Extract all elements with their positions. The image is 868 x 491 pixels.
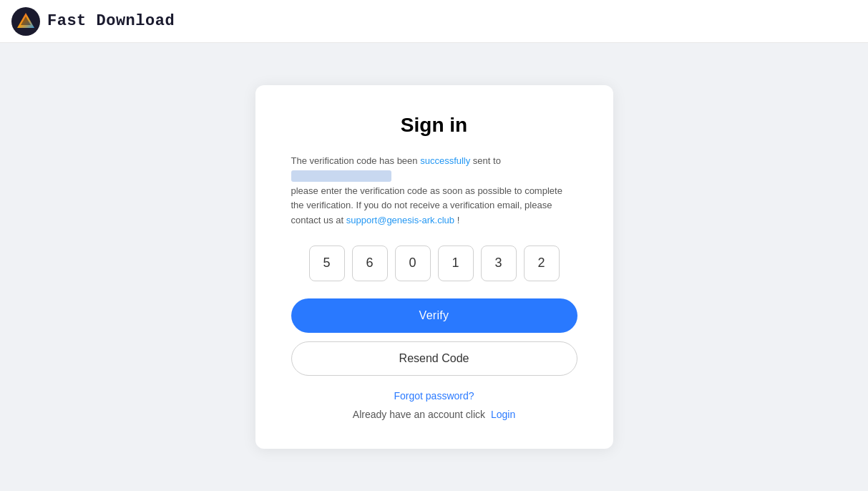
otp-container [291, 245, 577, 281]
app-title: Fast Download [47, 12, 175, 30]
header: Fast Download [0, 0, 868, 43]
verify-button[interactable]: Verify [291, 298, 577, 333]
signin-card: Sign in The verification code has been s… [255, 85, 613, 449]
otp-digit-4[interactable] [438, 245, 474, 281]
email-blur [291, 170, 391, 182]
app-logo-icon [11, 7, 40, 36]
logo-container: Fast Download [11, 7, 175, 36]
footer-links: Forgot password? Already have an account… [291, 390, 577, 420]
login-link[interactable]: Login [491, 409, 515, 420]
resend-code-button[interactable]: Resend Code [291, 341, 577, 376]
card-title: Sign in [291, 114, 577, 137]
otp-digit-1[interactable] [309, 245, 345, 281]
login-row: Already have an account click Login [291, 409, 577, 420]
otp-digit-3[interactable] [395, 245, 431, 281]
otp-digit-5[interactable] [481, 245, 517, 281]
main-content: Sign in The verification code has been s… [0, 43, 868, 491]
otp-digit-6[interactable] [524, 245, 560, 281]
verification-text-part4: ! [454, 215, 459, 225]
already-account-text: Already have an account click [353, 409, 485, 420]
verification-success-word: successfully [420, 155, 470, 166]
verification-text-part2: sent to [470, 155, 501, 166]
forgot-password-link[interactable]: Forgot password? [291, 390, 577, 402]
support-email-link[interactable]: support@genesis-ark.club [346, 215, 454, 225]
verification-text-part1: The verification code has been [291, 155, 421, 166]
verification-message: The verification code has been successfu… [291, 154, 577, 228]
otp-digit-2[interactable] [352, 245, 388, 281]
